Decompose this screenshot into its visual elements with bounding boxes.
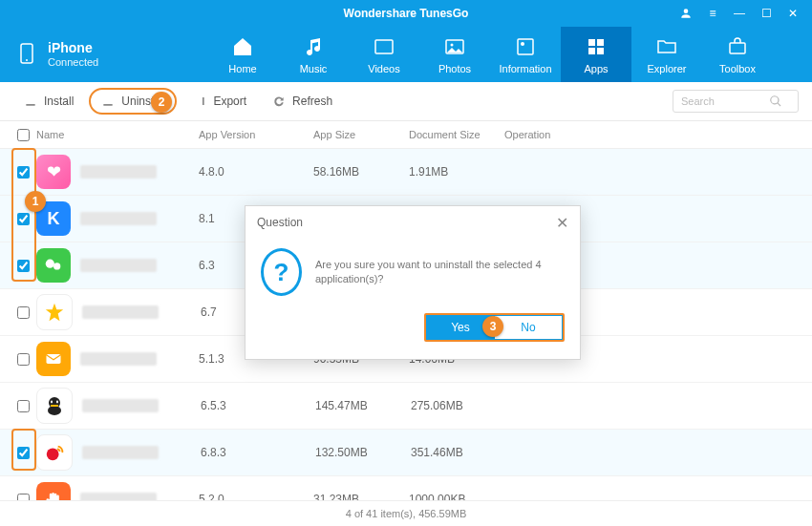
nav-photos[interactable]: Photos [419, 27, 490, 82]
confirm-dialog: Question ✕ ? Are you sure you want to un… [245, 205, 581, 360]
maximize-button[interactable]: ☐ [759, 7, 774, 20]
install-icon [23, 94, 38, 109]
app-size-cell: 145.47MB [315, 399, 411, 412]
app-version-cell: 6.5.3 [201, 399, 315, 412]
svg-rect-7 [588, 39, 595, 46]
table-row[interactable]: ❤4.8.058.16MB1.91MB [0, 149, 812, 196]
user-icon[interactable] [678, 7, 694, 20]
svg-point-13 [53, 263, 60, 269]
nav-information[interactable]: Information [490, 27, 561, 82]
col-name[interactable]: Name [36, 129, 199, 140]
nav-home[interactable]: Home [207, 27, 278, 82]
row-checkbox[interactable] [17, 353, 30, 366]
nav-music[interactable]: Music [278, 27, 349, 82]
dialog-header: Question ✕ [246, 206, 580, 239]
device-panel[interactable]: iPhone Connected [0, 27, 168, 82]
table-row[interactable]: 6.5.3145.47MB275.06MB [0, 383, 812, 430]
question-icon: ? [261, 248, 302, 296]
home-icon [230, 34, 255, 59]
refresh-icon [271, 94, 287, 109]
select-all-checkbox[interactable] [17, 129, 30, 141]
close-button[interactable]: ✕ [785, 7, 801, 20]
uninstall-icon [100, 94, 116, 109]
header: iPhone Connected Home Music Videos Photo… [0, 27, 812, 82]
nav-explorer[interactable]: Explorer [631, 27, 702, 82]
titlebar: Wondershare TunesGo ≡ — ☐ ✕ [0, 0, 812, 27]
app-size-cell: 58.16MB [313, 165, 409, 179]
nav-apps[interactable]: Apps [561, 27, 631, 82]
menu-icon[interactable]: ≡ [705, 7, 720, 20]
nav-toolbox[interactable]: Toolbox [702, 27, 773, 82]
col-operation[interactable]: Operation [504, 129, 600, 140]
export-button[interactable]: Export [182, 90, 256, 113]
svg-point-6 [521, 42, 524, 46]
annotation-badge-1: 1 [25, 191, 46, 212]
music-icon [301, 34, 326, 59]
videos-icon [372, 34, 396, 59]
svg-point-12 [46, 260, 54, 268]
svg-point-1 [26, 59, 28, 61]
nav-videos[interactable]: Videos [349, 27, 419, 82]
doc-size-cell: 1.91MB [409, 165, 504, 179]
phone-icon [15, 36, 38, 74]
svg-rect-8 [597, 39, 604, 46]
minimize-button[interactable]: — [732, 7, 747, 20]
device-status: Connected [48, 56, 98, 69]
app-name-cell [82, 399, 201, 412]
dialog-close-button[interactable]: ✕ [556, 214, 568, 232]
status-bar: 4 of 41 item(s), 456.59MB [0, 500, 812, 526]
app-name-cell [82, 305, 201, 319]
row-checkbox[interactable] [17, 166, 30, 179]
row-checkbox[interactable] [17, 260, 30, 272]
svg-rect-14 [47, 354, 61, 364]
device-name: iPhone [48, 40, 98, 56]
app-size-cell: 132.50MB [315, 446, 411, 459]
info-icon [513, 34, 538, 59]
search-input[interactable] [679, 95, 769, 108]
svg-point-4 [451, 44, 454, 47]
col-doc[interactable]: Document Size [409, 129, 504, 140]
svg-rect-5 [518, 39, 533, 54]
row-checkbox[interactable] [17, 447, 30, 459]
svg-point-19 [47, 448, 59, 460]
search-box[interactable] [673, 90, 799, 113]
table-row[interactable]: 6.8.3132.50MB351.46MB [0, 430, 812, 476]
doc-size-cell: 275.06MB [411, 399, 506, 412]
row-checkbox[interactable] [17, 400, 30, 412]
dialog-button-group: Yes No 3 [424, 313, 565, 342]
app-version-cell: 4.8.0 [199, 165, 313, 179]
svg-rect-9 [588, 48, 595, 54]
annotation-badge-3: 3 [482, 316, 503, 337]
app-window: Wondershare TunesGo ≡ — ☐ ✕ iPhone Conne… [0, 0, 812, 526]
window-controls: ≡ — ☐ ✕ [673, 0, 806, 27]
app-name-cell [80, 352, 199, 366]
col-size[interactable]: App Size [313, 129, 409, 140]
row-checkbox[interactable] [17, 213, 30, 225]
search-icon [769, 95, 782, 108]
col-version[interactable]: App Version [199, 129, 313, 140]
row-checkbox[interactable] [17, 306, 30, 319]
toolbox-icon [725, 34, 750, 59]
app-name-cell [80, 259, 199, 272]
svg-point-17 [51, 401, 53, 404]
svg-rect-2 [375, 40, 393, 53]
annotation-badge-2: 2 [151, 92, 172, 113]
explorer-icon [654, 34, 679, 59]
photos-icon [442, 34, 467, 59]
main-nav: Home Music Videos Photos Information App… [168, 27, 812, 82]
svg-point-18 [56, 401, 58, 404]
svg-rect-11 [730, 43, 745, 53]
app-version-cell: 6.8.3 [201, 446, 315, 459]
doc-size-cell: 351.46MB [411, 446, 506, 459]
dialog-message: Are you sure you want to uninstall the s… [315, 258, 565, 287]
refresh-button[interactable]: Refresh [262, 90, 342, 113]
table-header: Name App Version App Size Document Size … [0, 121, 812, 149]
svg-point-16 [48, 406, 61, 415]
dialog-no-button[interactable]: No [494, 315, 563, 340]
install-button[interactable]: Install [13, 90, 83, 113]
toolbar: Install Uninstall Export Refresh [0, 82, 812, 121]
app-name-cell [80, 165, 199, 179]
dialog-title: Question [257, 216, 303, 229]
export-icon [192, 94, 207, 109]
apps-icon [584, 34, 609, 59]
